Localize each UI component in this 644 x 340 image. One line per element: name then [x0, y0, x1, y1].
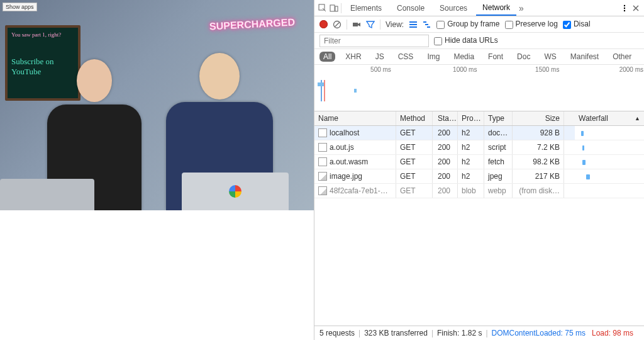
- filter-icon[interactable]: [366, 20, 375, 29]
- cell-method: GET: [396, 169, 433, 183]
- status-load: Load: 98 ms: [592, 329, 633, 337]
- status-dcl: DOMContentLoaded: 75 ms: [492, 329, 586, 337]
- col-status[interactable]: Sta…: [433, 111, 458, 125]
- more-tabs-icon[interactable]: »: [519, 4, 524, 13]
- filter-ws[interactable]: WS: [540, 52, 560, 62]
- cell-status: 200: [433, 169, 458, 183]
- table-row[interactable]: a.out.jsGET200h2script7.2 KB: [314, 140, 575, 155]
- large-rows-icon[interactable]: [409, 20, 418, 29]
- table-row[interactable]: a.out.wasmGET200h2fetch98.2 KB: [314, 155, 575, 169]
- laptop-right: [182, 173, 289, 210]
- cell-method: GET: [396, 184, 433, 198]
- preserve-log-label: Preserve log: [516, 20, 558, 28]
- view-label: View:: [386, 20, 404, 29]
- device-toggle-icon[interactable]: [330, 4, 338, 13]
- filter-xhr[interactable]: XHR: [341, 52, 365, 62]
- cell-status: 200: [433, 140, 458, 154]
- hide-data-urls-checkbox[interactable]: Hide data URLs: [434, 36, 498, 45]
- col-name[interactable]: Name: [314, 111, 396, 125]
- col-size[interactable]: Size: [513, 111, 564, 125]
- record-button[interactable]: [319, 20, 328, 28]
- cell-name: 48f2cafa-7eb1-…: [314, 184, 396, 198]
- document-file-icon: [318, 157, 327, 166]
- cell-type: webp: [484, 184, 513, 198]
- svg-rect-11: [423, 21, 426, 23]
- kebab-menu-icon[interactable]: [620, 4, 629, 13]
- chrome-logo-icon: [229, 185, 242, 198]
- cell-method: GET: [396, 140, 433, 154]
- filter-css[interactable]: CSS: [394, 52, 418, 62]
- cell-type: fetch: [484, 155, 513, 169]
- filter-all[interactable]: All: [319, 52, 335, 62]
- cell-type: jpeg: [484, 169, 513, 183]
- svg-rect-10: [409, 26, 417, 28]
- file-name: image.jpg: [330, 172, 362, 181]
- camera-icon[interactable]: [352, 20, 361, 29]
- disable-cache-checkbox[interactable]: Disal: [563, 20, 591, 28]
- svg-rect-2: [335, 6, 338, 11]
- sort-asc-icon: ▲: [635, 115, 640, 122]
- col-protocol[interactable]: Pro…: [458, 111, 484, 125]
- filter-toolbar: Hide data URLs: [314, 33, 644, 49]
- tab-sources[interactable]: Sources: [433, 1, 474, 15]
- filter-doc[interactable]: Doc: [513, 52, 534, 62]
- group-by-frame-label: Group by frame: [447, 20, 499, 28]
- laptop-left: [0, 179, 94, 210]
- table-row[interactable]: 48f2cafa-7eb1-…GET200blobwebp(from disk…: [314, 184, 575, 198]
- table-row[interactable]: localhostGET200h2doc…928 B: [314, 126, 575, 140]
- cell-method: GET: [396, 155, 433, 169]
- video-thumbnail: Show apps You saw part 1, right? Subscri…: [0, 0, 314, 210]
- waterfall-cell: [575, 184, 644, 198]
- col-method[interactable]: Method: [396, 111, 433, 125]
- waterfall-cell: [575, 126, 644, 140]
- filter-manifest[interactable]: Manifest: [567, 52, 602, 62]
- filter-media[interactable]: Media: [450, 52, 478, 62]
- status-finish: Finish: 1.82 s: [437, 329, 482, 337]
- devtools-tabbar: Elements Console Sources Network »: [314, 0, 644, 16]
- svg-point-5: [624, 9, 625, 11]
- filter-js[interactable]: JS: [372, 52, 388, 62]
- waterfall-view-icon[interactable]: [423, 20, 431, 29]
- cell-size: 217 KB: [513, 169, 564, 183]
- devtools-panel: Elements Console Sources Network » View:…: [314, 0, 644, 340]
- type-filter-bar: All XHR JS CSS Img Media Font Doc WS Man…: [314, 49, 644, 65]
- separator: [347, 20, 347, 30]
- hide-data-urls-label: Hide data URLs: [445, 36, 498, 45]
- file-name: a.out.js: [330, 143, 354, 152]
- tick-label: 2000 ms: [619, 66, 643, 73]
- svg-rect-8: [409, 21, 417, 23]
- separator: [341, 3, 341, 13]
- filter-input[interactable]: [319, 35, 429, 47]
- cell-status: 200: [433, 126, 458, 140]
- tick-label: 1000 ms: [453, 66, 477, 73]
- network-toolbar: View: Group by frame Preserve log Disal: [314, 16, 644, 33]
- cell-status: 200: [433, 155, 458, 169]
- tab-elements[interactable]: Elements: [344, 1, 388, 15]
- filter-font[interactable]: Font: [484, 52, 507, 62]
- group-by-frame-checkbox[interactable]: Group by frame: [436, 20, 499, 28]
- preserve-log-checkbox[interactable]: Preserve log: [505, 20, 558, 28]
- table-row[interactable]: image.jpgGET200h2jpeg217 KB: [314, 169, 575, 184]
- filter-other[interactable]: Other: [609, 52, 635, 62]
- table-header-row: Name Method Sta… Pro… Type Size: [314, 111, 575, 126]
- col-type[interactable]: Type: [484, 111, 513, 125]
- cell-type: script: [484, 140, 513, 154]
- image-file-icon: [318, 186, 327, 195]
- tab-console[interactable]: Console: [391, 1, 431, 15]
- col-waterfall[interactable]: Waterfall ▲: [575, 111, 644, 126]
- clear-icon[interactable]: [333, 20, 341, 29]
- overview-timeline[interactable]: 500 ms 1000 ms 1500 ms 2000 ms: [314, 65, 644, 111]
- tick-label: 1500 ms: [535, 66, 559, 73]
- inspect-icon[interactable]: [318, 4, 327, 13]
- status-bar: 5 requests| 323 KB transferred| Finish: …: [314, 326, 644, 340]
- file-name: localhost: [330, 128, 359, 137]
- cell-protocol: h2: [458, 126, 484, 140]
- filter-img[interactable]: Img: [423, 52, 443, 62]
- cell-method: GET: [396, 126, 433, 140]
- cell-status: 200: [433, 184, 458, 198]
- tab-network[interactable]: Network: [476, 1, 516, 16]
- tick-label: 500 ms: [370, 66, 391, 73]
- close-icon[interactable]: [631, 4, 640, 13]
- cell-protocol: h2: [458, 169, 484, 183]
- waterfall-cell: [575, 169, 644, 184]
